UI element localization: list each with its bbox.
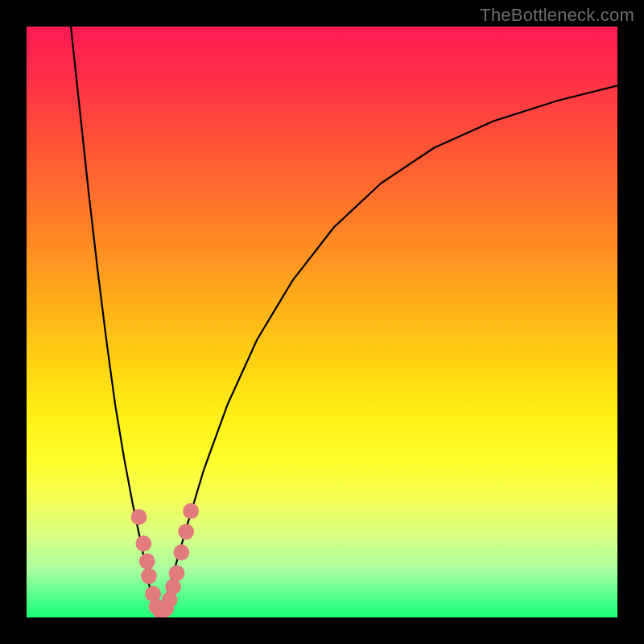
- highlight-dot: [178, 524, 194, 540]
- highlight-dot: [141, 568, 157, 584]
- chart-svg: [27, 27, 617, 617]
- highlight-dot: [135, 535, 151, 551]
- highlight-dot: [165, 579, 181, 595]
- watermark-text: TheBottleneck.com: [480, 5, 634, 26]
- highlight-dot: [139, 553, 155, 569]
- curve-right: [159, 85, 617, 614]
- plot-area: [27, 27, 617, 617]
- curve-left: [71, 27, 159, 614]
- highlight-dot: [183, 503, 199, 519]
- highlight-dot: [169, 565, 185, 581]
- outer-frame: TheBottleneck.com: [0, 0, 644, 644]
- highlight-dot: [173, 544, 189, 560]
- highlight-dot: [131, 509, 147, 525]
